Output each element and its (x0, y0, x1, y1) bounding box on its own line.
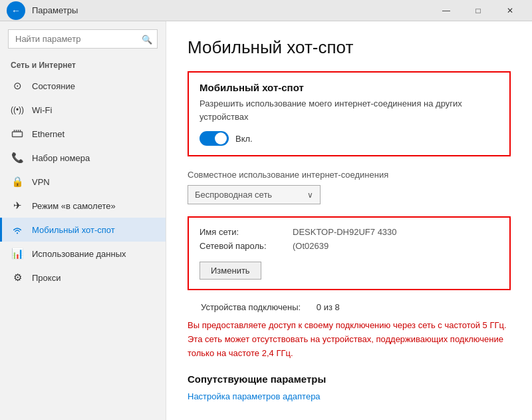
app-body: 🔍 Сеть и Интернет ⊙ Состояние ((•)) Wi-F… (0, 21, 532, 420)
sidebar-item-label: Состояние (32, 81, 75, 91)
sidebar: 🔍 Сеть и Интернет ⊙ Состояние ((•)) Wi-F… (0, 21, 166, 420)
hotspot-toggle-box: Мобильный хот-спот Разрешить использован… (188, 71, 511, 156)
sidebar-section-label: Сеть и Интернет (0, 54, 166, 74)
svg-rect-0 (13, 132, 23, 137)
sidebar-item-label: Набор номера (32, 153, 90, 163)
sidebar-item-hotspot[interactable]: Мобильный хот-спот (0, 218, 166, 242)
sidebar-item-airplane[interactable]: ✈ Режим «в самолете» (0, 194, 166, 218)
back-icon: ← (11, 5, 21, 16)
maximize-button[interactable]: □ (463, 0, 493, 21)
hotspot-icon (11, 223, 24, 236)
search-input[interactable] (8, 29, 158, 49)
network-name-row: Имя сети: DESKTOP-DH92UF7 4330 (200, 227, 499, 237)
back-button[interactable]: ← (7, 1, 25, 20)
password-label: Сетевой пароль: (200, 241, 293, 251)
sidebar-item-label: Мобильный хот-спот (32, 225, 115, 235)
hotspot-toggle[interactable] (200, 131, 229, 146)
sidebar-item-label: Режим «в самолете» (32, 201, 116, 211)
warning-text: Вы предоставляете доступ к своему подклю… (188, 319, 507, 360)
vpn-icon: 🔒 (11, 175, 24, 188)
dropdown-value: Беспроводная сеть (195, 190, 307, 200)
hotspot-box-header: Мобильный хот-спот (200, 82, 499, 93)
network-info-box: Имя сети: DESKTOP-DH92UF7 4330 Сетевой п… (188, 216, 511, 290)
sidebar-item-proxy[interactable]: ⚙ Прокси (0, 266, 166, 290)
devices-value: 0 из 8 (317, 302, 340, 312)
svg-point-5 (17, 232, 18, 234)
sidebar-item-label: Wi-Fi (32, 105, 52, 115)
toggle-label: Вкл. (235, 134, 253, 144)
sidebar-item-label: VPN (32, 177, 50, 187)
sidebar-item-dialup[interactable]: 📞 Набор номера (0, 146, 166, 170)
related-settings-title: Сопутствующие параметры (188, 373, 511, 385)
dialup-icon: 📞 (11, 151, 24, 164)
sidebar-item-ethernet[interactable]: Ethernet (0, 122, 166, 146)
toggle-row: Вкл. (200, 131, 499, 146)
data-icon: 📊 (11, 247, 24, 260)
content-area: Мобильный хот-спот Мобильный хот-спот Ра… (166, 21, 532, 420)
airplane-icon: ✈ (11, 199, 24, 212)
hotspot-box-description: Разрешить использование моего интернет-с… (200, 97, 499, 123)
devices-label: Устройства подключены: (201, 302, 301, 312)
password-row: Сетевой пароль: (Ot02639 (200, 241, 499, 251)
search-container: 🔍 (8, 29, 158, 49)
titlebar: ← Параметры — □ ✕ (0, 0, 532, 21)
proxy-icon: ⚙ (11, 271, 24, 284)
network-name-label: Имя сети: (200, 227, 293, 237)
devices-row: Устройства подключены: 0 из 8 (188, 302, 511, 312)
window-controls: — □ ✕ (431, 0, 525, 21)
sidebar-item-status[interactable]: ⊙ Состояние (0, 74, 166, 98)
minimize-button[interactable]: — (431, 0, 462, 21)
network-name-value: DESKTOP-DH92UF7 4330 (293, 227, 397, 237)
sidebar-item-vpn[interactable]: 🔒 VPN (0, 170, 166, 194)
shared-connection-label: Совместное использование интернет-соедин… (188, 170, 511, 180)
password-value: (Ot02639 (293, 241, 329, 251)
sidebar-item-wifi[interactable]: ((•)) Wi-Fi (0, 98, 166, 122)
sidebar-item-label: Прокси (32, 273, 61, 283)
status-icon: ⊙ (11, 79, 24, 93)
connection-dropdown[interactable]: Беспроводная сеть ∨ (188, 185, 321, 204)
window-title: Параметры (32, 5, 431, 15)
change-button[interactable]: Изменить (200, 262, 261, 280)
close-button[interactable]: ✕ (495, 0, 525, 21)
sidebar-item-data[interactable]: 📊 Использование данных (0, 242, 166, 266)
page-title: Мобильный хот-спот (188, 37, 511, 58)
adapter-settings-link[interactable]: Настройка параметров адаптера (188, 391, 321, 401)
chevron-down-icon: ∨ (307, 190, 313, 200)
ethernet-icon (11, 127, 24, 140)
sidebar-item-label: Ethernet (32, 129, 65, 139)
search-icon: 🔍 (142, 34, 152, 44)
sidebar-item-label: Использование данных (32, 249, 126, 259)
wifi-icon: ((•)) (11, 103, 24, 116)
